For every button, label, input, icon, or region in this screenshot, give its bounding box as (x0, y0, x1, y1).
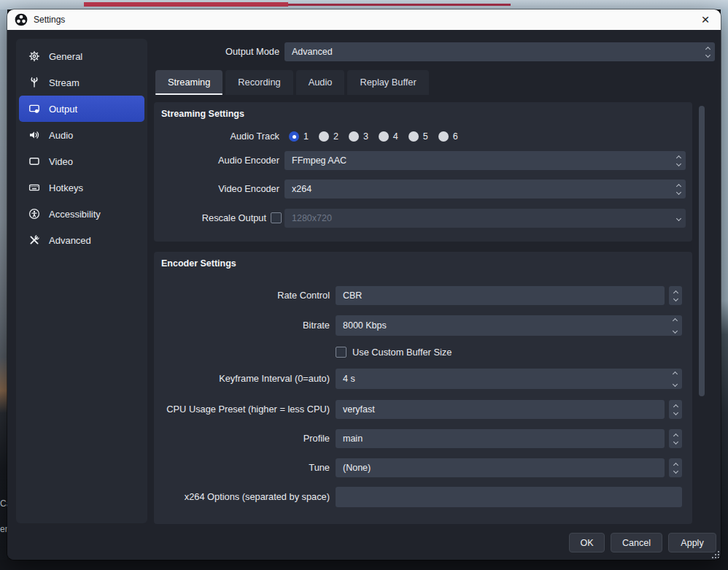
sidebar-item-general[interactable]: General (19, 43, 144, 69)
dialog-body: General Stream (7, 30, 721, 560)
sidebar-item-audio[interactable]: Audio (19, 122, 144, 148)
sidebar-item-advanced[interactable]: Advanced (19, 227, 144, 253)
chevron-up-down-icon[interactable] (706, 42, 710, 61)
tune-select[interactable]: (None) (336, 458, 665, 477)
sidebar-item-output[interactable]: Output (19, 96, 144, 122)
sidebar-item-video[interactable]: Video (19, 148, 144, 174)
radio-off-icon[interactable] (319, 131, 329, 142)
radio-off-icon[interactable] (349, 131, 359, 142)
ok-button[interactable]: OK (569, 533, 605, 552)
rate-control-label: Rate Control (154, 286, 330, 305)
radio-track-3[interactable]: 3 (349, 131, 368, 142)
sidebar-item-hotkeys[interactable]: Hotkeys (19, 174, 144, 201)
encoder-settings-title: Encoder Settings (161, 258, 236, 269)
desktop-right-strip (721, 9, 728, 570)
rescale-output-checkbox[interactable] (271, 212, 282, 223)
accessibility-icon (28, 208, 40, 220)
close-icon[interactable]: × (690, 9, 721, 30)
titlebar[interactable]: Settings × (7, 9, 721, 30)
keyframe-interval-label: Keyframe Interval (0=auto) (154, 369, 330, 389)
spin-arrows-icon[interactable] (673, 315, 677, 336)
use-custom-buffer-size-checkbox[interactable] (336, 347, 346, 358)
keyframe-interval-spinbox[interactable]: 4 s (336, 369, 682, 389)
sidebar-item-label: Video (49, 156, 73, 167)
keyboard-icon (28, 182, 40, 193)
desktop-red-bar (84, 2, 288, 7)
rescale-output-label: Rescale Output (154, 209, 266, 228)
video-encoder-value: x264 (292, 184, 311, 194)
desktop-left-strip: Ca er (0, 9, 7, 570)
tab-recording[interactable]: Recording (225, 70, 293, 95)
radio-off-icon[interactable] (438, 131, 449, 142)
chevron-up-down-icon[interactable] (677, 180, 681, 199)
vertical-scrollbar[interactable] (699, 106, 705, 396)
radio-off-icon[interactable] (408, 131, 419, 142)
tune-spinner[interactable] (669, 458, 682, 477)
bitrate-value: 8000 Kbps (343, 320, 387, 331)
window-title: Settings (34, 15, 65, 25)
rescale-output-combo[interactable]: 1280x720 (284, 209, 686, 228)
profile-select[interactable]: main (336, 429, 665, 448)
tab-streaming[interactable]: Streaming (155, 70, 222, 95)
rescale-output-value: 1280x720 (292, 213, 332, 223)
audio-encoder-select[interactable]: FFmpeg AAC (284, 151, 686, 170)
output-mode-value: Advanced (292, 47, 333, 57)
radio-track-1[interactable]: 1 (289, 131, 309, 142)
cpu-usage-preset-value: veryfast (343, 404, 375, 415)
tab-audio[interactable]: Audio (296, 70, 345, 95)
radio-off-icon[interactable] (379, 131, 389, 142)
x264-options-label: x264 Options (separated by space) (154, 487, 330, 507)
cpu-usage-preset-label: CPU Usage Preset (higher = less CPU) (154, 400, 330, 419)
sidebar-item-label: Audio (49, 130, 73, 141)
sidebar-item-label: General (49, 51, 82, 62)
video-encoder-select[interactable]: x264 (284, 180, 686, 199)
tab-replay-buffer[interactable]: Replay Buffer (347, 70, 428, 95)
keyframe-interval-value: 4 s (343, 374, 355, 384)
chevron-up-down-icon[interactable] (677, 151, 681, 170)
speaker-icon (28, 129, 40, 141)
desktop-top-strip (0, 0, 728, 9)
chevron-down-icon[interactable] (677, 209, 681, 228)
sidebar-item-stream[interactable]: Stream (19, 69, 144, 96)
encoder-settings-panel: Encoder Settings Rate Control CBR Bitrat… (154, 252, 692, 524)
rate-control-select[interactable]: CBR (336, 286, 665, 305)
radio-track-5[interactable]: 5 (408, 131, 428, 142)
radio-track-6[interactable]: 6 (438, 131, 458, 142)
radio-track-4[interactable]: 4 (379, 131, 398, 142)
audio-encoder-value: FFmpeg AAC (292, 155, 346, 166)
bitrate-spinbox[interactable]: 8000 Kbps (336, 315, 682, 336)
cancel-button[interactable]: Cancel (611, 533, 662, 552)
cpu-usage-preset-spinner[interactable] (669, 400, 682, 419)
apply-button[interactable]: Apply (668, 533, 716, 552)
sidebar-item-accessibility[interactable]: Accessibility (19, 201, 144, 227)
audio-track-radio-group: 1 2 3 4 5 6 (289, 129, 468, 144)
screen: Ca er Settings × (0, 0, 728, 570)
settings-dialog: Settings × General (7, 9, 721, 560)
display-icon (28, 155, 40, 167)
sidebar-item-label: Stream (49, 77, 80, 88)
output-mode-label: Output Mode (139, 42, 279, 61)
radio-on-icon[interactable] (289, 131, 299, 142)
x264-options-input[interactable] (336, 487, 682, 507)
profile-spinner[interactable] (669, 429, 682, 448)
rate-control-spinner[interactable] (669, 286, 682, 305)
streaming-settings-title: Streaming Settings (161, 109, 244, 119)
spin-arrows-icon[interactable] (673, 369, 677, 389)
tools-icon (28, 234, 40, 246)
sidebar-item-label: Advanced (49, 235, 91, 246)
streaming-settings-panel: Streaming Settings Audio Track 1 2 3 4 5… (154, 102, 692, 242)
cpu-usage-preset-select[interactable]: veryfast (336, 400, 665, 419)
sidebar-item-label: Output (49, 104, 77, 115)
profile-value: main (343, 434, 363, 444)
sidebar-item-label: Hotkeys (49, 182, 83, 193)
sidebar-item-label: Accessibility (49, 209, 101, 220)
resize-grip[interactable] (712, 551, 713, 552)
desktop-bottom-strip (0, 560, 728, 570)
output-mode-select[interactable]: Advanced (284, 42, 715, 61)
gear-icon (28, 50, 40, 62)
desktop-red-bar-thin (288, 4, 511, 6)
audio-track-label: Audio Track (154, 131, 279, 142)
radio-track-2[interactable]: 2 (319, 131, 338, 142)
tune-value: (None) (343, 463, 371, 473)
broadcast-icon (28, 77, 40, 88)
